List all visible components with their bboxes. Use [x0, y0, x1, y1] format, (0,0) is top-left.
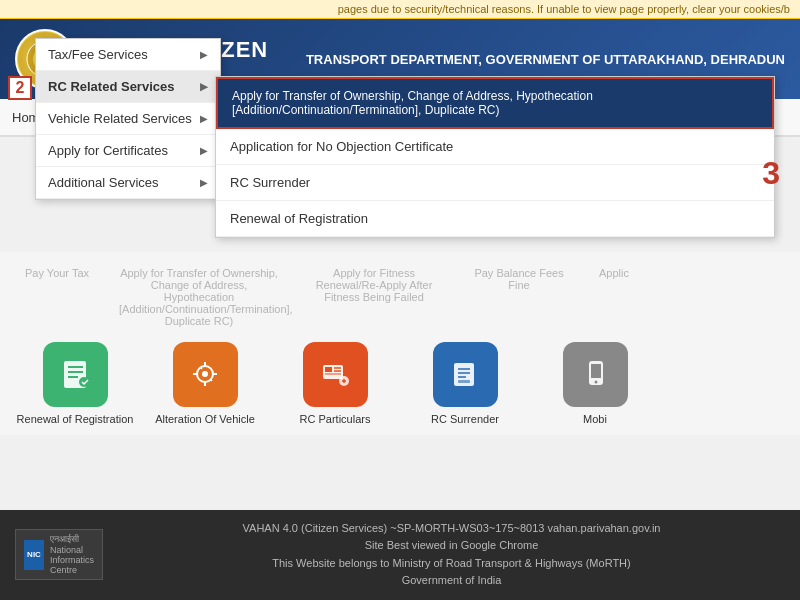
footer-line2: Site Best viewed in Google Chrome	[118, 537, 785, 555]
card-label-mobi: Mobi	[583, 413, 607, 425]
footer-line3: This Website belongs to Ministry of Road…	[118, 555, 785, 573]
nic-label-centre: Centre	[50, 565, 94, 575]
svg-rect-17	[325, 367, 332, 372]
arrow-icon: ▶	[200, 145, 208, 156]
dropdown-item-vehicle[interactable]: Vehicle Related Services ▶	[36, 103, 220, 135]
svg-text:NIC: NIC	[27, 550, 41, 559]
dropdown-item-rc[interactable]: RC Related Services ▶	[36, 71, 220, 103]
submenu-item-surrender[interactable]: RC Surrender	[216, 165, 774, 201]
card-icon-alteration	[173, 342, 238, 407]
svg-rect-28	[458, 380, 470, 383]
label-3: 3	[762, 155, 780, 192]
cards-row: Renewal of Registration Alteration Of Ve…	[15, 342, 785, 425]
card-icon-renewal	[43, 342, 108, 407]
nic-logo: NIC एनआईसी National Informatics Centre	[15, 529, 103, 580]
card-label-rc-particulars: RC Particulars	[300, 413, 371, 425]
card-mobi[interactable]: Mobi	[535, 342, 655, 425]
card-alteration[interactable]: Alteration Of Vehicle	[145, 342, 265, 425]
arrow-icon: ▶	[200, 177, 208, 188]
card-rc-particulars[interactable]: RC Particulars	[275, 342, 395, 425]
card-label-renewal: Renewal of Registration	[17, 413, 134, 425]
nic-label-hindi: एनआईसी	[50, 534, 94, 545]
dropdown-item-additional[interactable]: Additional Services ▶	[36, 167, 220, 199]
submenu-item-transfer[interactable]: Apply for Transfer of Ownership, Change …	[216, 77, 774, 129]
arrow-icon: ▶	[200, 81, 208, 92]
footer-text: VAHAN 4.0 (Citizen Services) ~SP-MORTH-W…	[118, 520, 785, 590]
bg-text-row: Pay Your Tax Apply for Transfer of Owner…	[15, 262, 785, 332]
card-renewal[interactable]: Renewal of Registration	[15, 342, 135, 425]
dropdown-container: 2 Tax/Fee Services ▶ RC Related Services…	[0, 38, 221, 200]
svg-point-9	[79, 377, 89, 387]
svg-point-31	[594, 381, 597, 384]
label-2: 2	[8, 76, 32, 100]
footer-line1: VAHAN 4.0 (Citizen Services) ~SP-MORTH-W…	[118, 520, 785, 538]
dept-text: TRANSPORT DEPARTMENT, GOVERNMENT OF UTTA…	[306, 52, 785, 67]
arrow-icon: ▶	[200, 49, 208, 60]
card-rc-surrender[interactable]: RC Surrender	[405, 342, 525, 425]
main-content: Pay Your Tax Apply for Transfer of Owner…	[0, 252, 800, 435]
arrow-icon: ▶	[200, 113, 208, 124]
card-icon-rc-surrender	[433, 342, 498, 407]
svg-point-11	[202, 371, 208, 377]
nic-label-informatics: Informatics	[50, 555, 94, 565]
svg-rect-30	[591, 364, 601, 378]
card-label-alteration: Alteration Of Vehicle	[155, 413, 255, 425]
footer: NIC एनआईसी National Informatics Centre V…	[0, 510, 800, 600]
services-dropdown: Tax/Fee Services ▶ RC Related Services ▶…	[35, 38, 221, 200]
card-label-rc-surrender: RC Surrender	[431, 413, 499, 425]
nic-label-national: National	[50, 545, 94, 555]
submenu-item-renewal[interactable]: Renewal of Registration	[216, 201, 774, 237]
dropdown-item-certificates[interactable]: Apply for Certificates ▶	[36, 135, 220, 167]
dropdown-item-taxfee[interactable]: Tax/Fee Services ▶	[36, 39, 220, 71]
nic-blue-block: NIC	[24, 540, 44, 570]
submenu-item-noc[interactable]: Application for No Objection Certificate	[216, 129, 774, 165]
rc-submenu: Apply for Transfer of Ownership, Change …	[215, 76, 775, 238]
card-icon-mobi	[563, 342, 628, 407]
footer-line4: Government of India	[118, 572, 785, 590]
warning-bar: pages due to security/technical reasons.…	[0, 0, 800, 19]
card-icon-rc-particulars	[303, 342, 368, 407]
